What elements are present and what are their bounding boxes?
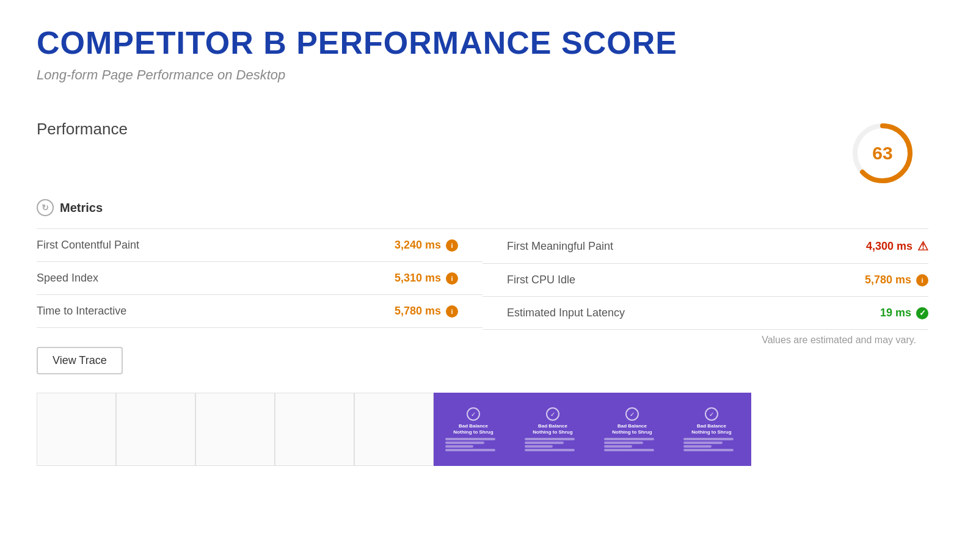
score-gauge: 63 [849,120,916,187]
left-bottom: View Trace [37,335,762,374]
trace-thumb-circle-1 [467,407,480,421]
fcp-value: 3,240 ms [395,239,441,252]
view-trace-button[interactable]: View Trace [37,347,123,374]
metric-value-tti: 5,780 ms i [395,305,458,318]
trace-thumb-title-2: Bad BalanceNothing to Shrug [533,423,572,435]
metric-value-fcp: 3,240 ms i [395,239,458,252]
performance-header: Performance 63 [37,120,928,187]
eil-check-icon: ✓ [916,307,928,319]
metrics-header: ↻ Metrics [37,199,928,216]
tti-info-icon[interactable]: i [446,305,458,318]
trace-thumb-bar [683,449,734,451]
metric-row-eil: Estimated Input Latency 19 ms ✓ [482,297,928,330]
footer-note: Values are estimated and may vary. [762,335,922,345]
trace-thumb-title-3: Bad BalanceNothing to Shrug [612,423,652,435]
metric-label-fci: First CPU Idle [507,274,575,286]
fmp-value: 4,300 ms [866,240,912,253]
metric-row-fcp: First Contentful Paint 3,240 ms i [37,229,482,262]
trace-thumb-bar [525,438,575,440]
trace-thumb-bar [604,438,654,440]
trace-thumb-bar [525,449,575,451]
trace-thumb-bars-3 [604,438,660,451]
performance-title: Performance [37,120,128,139]
score-value: 63 [872,143,892,164]
metric-row-fci: First CPU Idle 5,780 ms i [482,264,928,297]
right-footer: Values are estimated and may vary. [762,335,928,346]
trace-thumb-bar [525,442,564,444]
metrics-title: Metrics [60,201,103,215]
metric-value-fci: 5,780 ms i [865,274,928,286]
trace-thumbnail-empty-3 [195,393,275,466]
metric-row-si: Speed Index 5,310 ms i [37,262,482,295]
trace-thumb-bar [683,438,734,440]
trace-thumb-bars-2 [525,438,580,451]
fmp-warning-icon: ⚠ [917,239,928,253]
fcp-info-icon[interactable]: i [446,239,458,252]
performance-section: Performance 63 ↻ Metrics First Contentfu… [37,114,928,374]
trace-thumbnail-purple-3: Bad BalanceNothing to Shrug [592,393,672,466]
trace-thumb-title-4: Bad BalanceNothing to Shrug [691,423,731,435]
metric-label-eil: Estimated Input Latency [507,307,625,319]
right-metrics-col: First Meaningful Paint 4,300 ms ⚠ First … [482,229,928,330]
trace-thumb-bar [445,449,495,451]
bottom-row: View Trace Values are estimated and may … [37,335,928,374]
si-value: 5,310 ms [395,272,441,285]
trace-thumb-bar [445,445,473,448]
trace-thumb-bar [683,445,712,448]
metric-label-fmp: First Meaningful Paint [507,240,613,253]
metric-label-tti: Time to Interactive [37,305,126,318]
trace-thumbnail-empty-2 [116,393,195,466]
trace-thumb-bar [604,442,643,444]
metrics-icon: ↻ [37,199,54,216]
trace-thumb-title-1: Bad BalanceNothing to Shrug [453,423,493,435]
trace-thumb-bars-1 [445,438,501,451]
trace-thumbnail-empty-4 [275,393,354,466]
trace-thumb-bar [525,445,553,448]
trace-thumb-bar [604,445,632,448]
trace-thumbnail-purple-1: Bad BalanceNothing to Shrug [434,393,513,466]
metric-row-tti: Time to Interactive 5,780 ms i [37,295,482,328]
trace-thumb-circle-2 [546,407,559,421]
trace-thumb-bar [445,438,495,440]
metric-value-si: 5,310 ms i [395,272,458,285]
trace-thumbnail-purple-4: Bad BalanceNothing to Shrug [672,393,751,466]
trace-thumb-circle-3 [625,407,639,421]
left-metrics-col: First Contentful Paint 3,240 ms i Speed … [37,229,482,330]
metric-row-fmp: First Meaningful Paint 4,300 ms ⚠ [482,229,928,264]
metrics-grid: First Contentful Paint 3,240 ms i Speed … [37,228,928,330]
trace-section: Bad BalanceNothing to Shrug Bad BalanceN… [37,393,928,466]
metric-value-fmp: 4,300 ms ⚠ [866,239,928,253]
metric-label-si: Speed Index [37,272,98,285]
page-title: COMPETITOR B PERFORMANCE SCORE [37,24,928,61]
metric-value-eil: 19 ms ✓ [880,307,928,319]
trace-thumbnail-purple-2: Bad BalanceNothing to Shrug [513,393,592,466]
metric-label-fcp: First Contentful Paint [37,239,139,252]
trace-thumb-circle-4 [705,407,718,421]
trace-thumb-bar [683,442,723,444]
trace-thumbnail-empty-1 [37,393,116,466]
trace-thumbnail-empty-5 [354,393,434,466]
fci-value: 5,780 ms [865,274,911,286]
trace-thumb-bar [445,442,484,444]
si-info-icon[interactable]: i [446,272,458,285]
trace-thumb-bar [604,449,654,451]
tti-value: 5,780 ms [395,305,441,318]
eil-value: 19 ms [880,307,911,319]
trace-thumb-bars-4 [683,438,739,451]
fci-info-icon[interactable]: i [916,274,928,286]
page-subtitle: Long-form Page Performance on Desktop [37,67,928,83]
